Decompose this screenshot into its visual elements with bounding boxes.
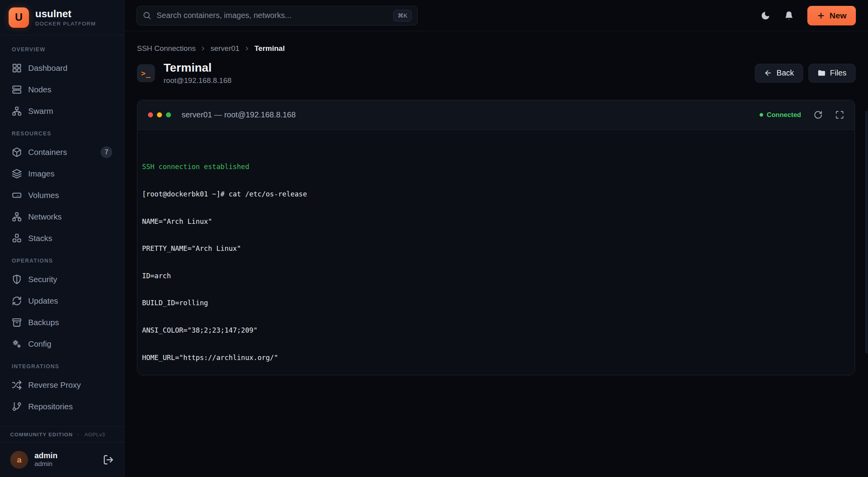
nav-section-label: INTEGRATIONS	[0, 363, 124, 369]
terminal-titlebar: server01 — root@192.168.8.168 Connected	[137, 100, 855, 130]
sidebar-item-label: Backups	[28, 318, 59, 327]
nav-section-label: OVERVIEW	[0, 46, 124, 52]
topbar: ⌘K New	[124, 0, 868, 31]
files-button[interactable]: Files	[809, 64, 855, 83]
nav-section-integrations: INTEGRATIONS Reverse Proxy Repositories	[0, 363, 124, 417]
theme-toggle-moon-icon[interactable]	[760, 11, 771, 21]
sidebar-item-label: Dashboard	[28, 63, 67, 73]
logout-icon[interactable]	[103, 454, 114, 465]
chevron-right-icon	[200, 45, 206, 52]
sidebar-item-config[interactable]: Config	[0, 333, 124, 355]
sidebar-item-updates[interactable]: Updates	[0, 290, 124, 311]
license-label: AGPLv3	[85, 432, 105, 437]
brand[interactable]: U usulnet DOCKER PLATFORM	[0, 0, 124, 35]
sidebar-item-label: Config	[28, 339, 51, 349]
sidebar-item-label: Reverse Proxy	[28, 380, 81, 390]
terminal-line: BUILD_ID=rolling	[142, 299, 850, 308]
brand-logo: U	[9, 7, 29, 28]
page-scrollbar-thumb[interactable]	[865, 111, 868, 353]
user-menu[interactable]: a admin admin	[0, 442, 124, 477]
breadcrumb-ssh-connections[interactable]: SSH Connections	[137, 44, 196, 53]
breadcrumb-server01[interactable]: server01	[211, 44, 240, 53]
sidebar-item-security[interactable]: Security	[0, 268, 124, 290]
terminal-window: server01 — root@192.168.8.168 Connected …	[137, 100, 855, 375]
sidebar-item-label: Networks	[28, 212, 61, 221]
traffic-light-yellow	[157, 112, 162, 117]
connection-status-badge: Connected	[760, 111, 801, 119]
volumes-icon	[12, 190, 22, 200]
nodes-icon	[12, 85, 22, 95]
reconnect-icon[interactable]	[814, 110, 823, 119]
main-area: ⌘K New SSH Connections server01 Terminal…	[124, 0, 868, 477]
fullscreen-icon[interactable]	[835, 110, 844, 119]
page-header: >_ Terminal root@192.168.8.168 Back File…	[137, 61, 855, 85]
breadcrumb-terminal: Terminal	[254, 44, 285, 53]
sidebar-item-images[interactable]: Images	[0, 163, 124, 184]
shield-icon	[12, 274, 22, 284]
edition-separator: ·	[77, 432, 80, 437]
user-name: admin	[34, 451, 58, 460]
sidebar-item-label: Swarm	[28, 106, 53, 116]
edition-bar: COMMUNITY EDITION · AGPLv3	[0, 427, 124, 442]
images-icon	[12, 169, 22, 179]
shuffle-icon	[12, 380, 22, 390]
stacks-icon	[12, 233, 22, 243]
nav-section-label: RESOURCES	[0, 130, 124, 137]
page-content: SSH Connections server01 Terminal >_ Ter…	[124, 31, 868, 477]
brand-initial: U	[15, 11, 23, 23]
refresh-icon	[12, 296, 22, 306]
sidebar-item-label: Stacks	[28, 234, 52, 243]
terminal-line: ID=arch	[142, 272, 850, 281]
folder-icon	[818, 69, 826, 77]
terminal-output[interactable]: SSH connection established [root@dockerb…	[137, 130, 855, 375]
sidebar-item-networks[interactable]: Networks	[0, 206, 124, 227]
traffic-light-green	[166, 112, 171, 117]
sidebar-item-repositories[interactable]: Repositories	[0, 396, 124, 417]
back-button[interactable]: Back	[755, 64, 803, 83]
sidebar-item-stacks[interactable]: Stacks	[0, 227, 124, 249]
chevron-right-icon	[244, 45, 250, 52]
new-button[interactable]: New	[807, 6, 856, 25]
terminal-line: PRETTY_NAME="Arch Linux"	[142, 244, 850, 253]
nav-section-resources: RESOURCES Containers 7 Images Volumes Ne…	[0, 130, 124, 249]
user-role: admin	[34, 460, 58, 468]
gears-icon	[12, 339, 22, 349]
status-dot	[760, 113, 763, 117]
containers-count-badge: 7	[101, 146, 112, 158]
breadcrumb: SSH Connections server01 Terminal	[137, 44, 855, 53]
arrow-left-icon	[764, 69, 772, 77]
networks-icon	[12, 212, 22, 222]
sidebar-item-label: Repositories	[28, 402, 73, 411]
search-input[interactable]	[157, 11, 388, 20]
notifications-bell-icon[interactable]	[784, 11, 794, 21]
git-branch-icon	[12, 401, 22, 412]
terminal-line: HOME_URL="https://archlinux.org/"	[142, 353, 850, 362]
sidebar-item-dashboard[interactable]: Dashboard	[0, 57, 124, 79]
traffic-light-red	[148, 112, 153, 117]
traffic-lights	[148, 112, 171, 117]
dashboard-icon	[12, 63, 22, 73]
sidebar-item-nodes[interactable]: Nodes	[0, 79, 124, 100]
sidebar-item-volumes[interactable]: Volumes	[0, 184, 124, 206]
sidebar-item-label: Security	[28, 275, 57, 284]
plus-icon	[817, 11, 825, 20]
containers-icon	[12, 147, 22, 157]
sidebar-item-backups[interactable]: Backups	[0, 311, 124, 333]
avatar: a	[10, 451, 28, 469]
sidebar-item-label: Nodes	[28, 85, 51, 94]
terminal-title: server01 — root@192.168.8.168	[182, 110, 296, 119]
terminal-line: NAME="Arch Linux"	[142, 217, 850, 226]
sidebar-item-swarm[interactable]: Swarm	[0, 100, 124, 122]
edition-label: COMMUNITY EDITION	[10, 432, 73, 437]
page-subtitle: root@192.168.8.168	[164, 76, 232, 85]
search-shortcut-kbd: ⌘K	[393, 10, 412, 22]
sidebar-item-label: Volumes	[28, 191, 59, 200]
sidebar-item-reverse-proxy[interactable]: Reverse Proxy	[0, 374, 124, 396]
page-title: Terminal	[164, 61, 232, 74]
archive-icon	[12, 317, 22, 328]
global-search[interactable]: ⌘K	[137, 6, 418, 25]
nav-section-operations: OPERATIONS Security Updates Backups Conf…	[0, 257, 124, 355]
sidebar-item-containers[interactable]: Containers 7	[0, 141, 124, 163]
terminal-line: SSH connection established	[142, 162, 850, 171]
brand-tagline: DOCKER PLATFORM	[35, 21, 96, 27]
